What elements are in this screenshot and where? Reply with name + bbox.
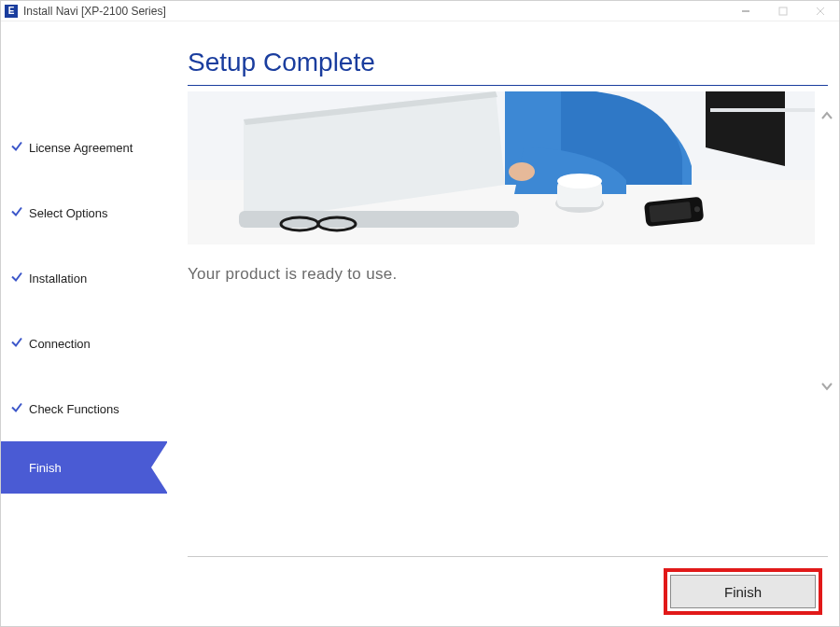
svg-point-13 xyxy=(557,174,602,188)
sidebar: License Agreement Select Options Install… xyxy=(1,21,167,626)
check-icon xyxy=(10,271,23,286)
footer: Finish xyxy=(188,556,828,615)
title-divider xyxy=(188,85,828,86)
step-label: Select Options xyxy=(29,206,108,220)
scroll-up-icon[interactable] xyxy=(820,109,833,126)
step-label: Finish xyxy=(29,461,62,475)
hero-image xyxy=(188,91,815,244)
step-installation: Installation xyxy=(1,245,167,311)
step-finish-active: Finish xyxy=(1,441,167,494)
step-label: Installation xyxy=(29,272,87,286)
svg-rect-1 xyxy=(779,7,787,15)
step-connection: Connection xyxy=(1,311,167,376)
ready-text: Your product is ready to use. xyxy=(188,265,839,284)
maximize-button xyxy=(764,1,802,21)
check-icon xyxy=(10,401,23,417)
page-title: Setup Complete xyxy=(188,48,839,77)
footer-row: Finish xyxy=(188,568,828,615)
check-icon xyxy=(10,140,23,156)
scroll-down-icon[interactable] xyxy=(820,380,833,397)
body: License Agreement Select Options Install… xyxy=(1,21,839,626)
main: Setup Complete xyxy=(167,21,839,626)
step-label: Check Functions xyxy=(29,402,119,416)
step-select-options: Select Options xyxy=(1,180,167,245)
finish-button[interactable]: Finish xyxy=(670,575,816,608)
check-icon xyxy=(10,205,23,221)
finish-highlight: Finish xyxy=(664,568,822,615)
close-button xyxy=(802,1,839,21)
install-navi-window: E Install Navi [XP-2100 Series] License … xyxy=(0,0,840,627)
window-title: Install Navi [XP-2100 Series] xyxy=(23,5,166,18)
minimize-button[interactable] xyxy=(727,1,764,21)
app-icon: E xyxy=(5,5,18,18)
svg-point-10 xyxy=(509,162,535,181)
step-label: Connection xyxy=(29,337,91,351)
step-license-agreement: License Agreement xyxy=(1,115,167,180)
titlebar: E Install Navi [XP-2100 Series] xyxy=(1,1,839,21)
step-check-functions: Check Functions xyxy=(1,376,167,441)
footer-divider xyxy=(188,556,828,557)
svg-rect-17 xyxy=(710,108,815,112)
check-icon xyxy=(10,336,23,352)
step-label: License Agreement xyxy=(29,141,133,155)
